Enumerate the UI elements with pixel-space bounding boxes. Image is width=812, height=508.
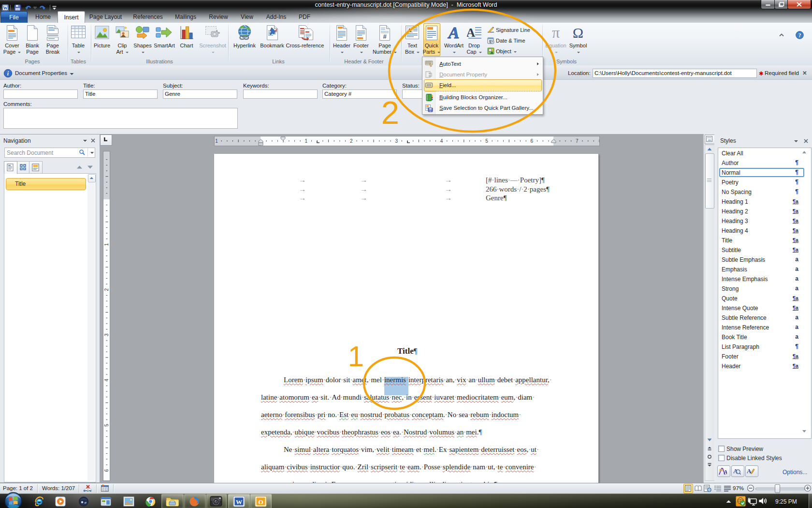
svg-text:2: 2 <box>104 288 109 291</box>
svg-text:A: A <box>724 469 727 475</box>
svg-text:O: O <box>258 498 263 506</box>
svg-text:5: 5 <box>485 138 488 144</box>
svg-text:2: 2 <box>350 138 353 144</box>
svg-text:W: W <box>3 6 8 11</box>
svg-text:1: 1 <box>305 138 308 144</box>
svg-text:6: 6 <box>104 469 109 472</box>
svg-text:A: A <box>467 26 476 40</box>
svg-text:3: 3 <box>395 138 398 144</box>
svg-text:#: # <box>383 33 387 40</box>
svg-text:4: 4 <box>440 138 443 144</box>
svg-text:π: π <box>552 26 560 40</box>
svg-text:1: 1 <box>104 243 109 246</box>
svg-text:3: 3 <box>104 333 109 336</box>
svg-text:4: 4 <box>104 378 109 381</box>
svg-text:5: 5 <box>104 424 109 427</box>
svg-text:Ω: Ω <box>573 26 583 40</box>
svg-text:6: 6 <box>531 138 534 144</box>
svg-text:W: W <box>236 498 243 506</box>
svg-text:1: 1 <box>215 138 218 144</box>
svg-text:?: ? <box>798 32 801 38</box>
svg-text:A: A <box>448 25 460 41</box>
svg-text:7: 7 <box>576 138 579 144</box>
svg-text:A: A <box>408 27 412 33</box>
